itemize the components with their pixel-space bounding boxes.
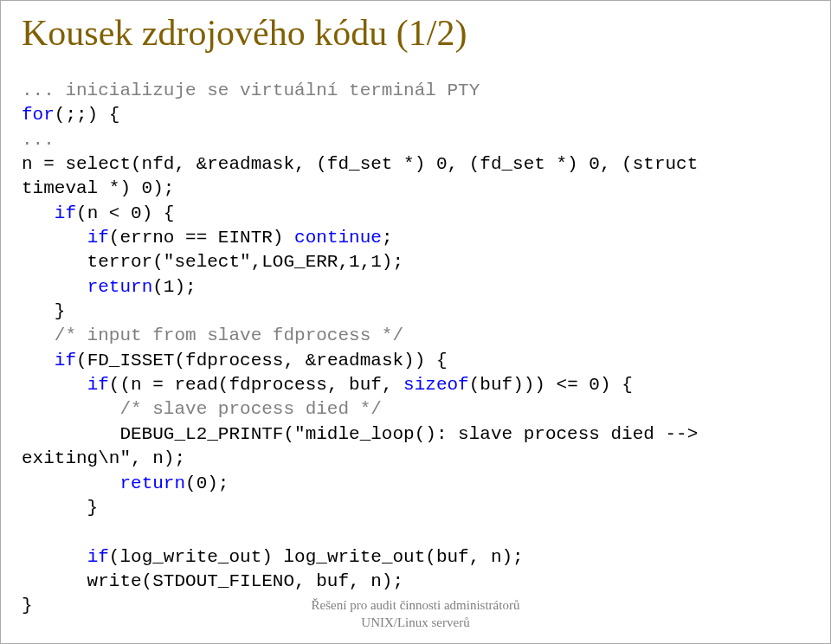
code-comment: /* slave process died */ [119,399,381,419]
code-text: (0); [185,473,229,493]
code-text [22,203,55,223]
code-text [22,351,55,370]
slide-body: ... inicializuje se virtuální terminál P… [22,79,809,619]
code-text: } [22,301,65,321]
code-text [22,228,87,248]
code-text: DEBUG_L2_PRINTF("midle_loop(): slave pro… [22,424,698,444]
code-text: (FD_ISSET(fdprocess, &readmask)) { [76,351,447,370]
slide-footer: Řešení pro audit činnosti administrátorů… [1,597,830,631]
code-keyword: if [87,547,109,567]
code-text: write(STDOUT_FILENO, buf, n); [22,571,403,591]
code-keyword: if [87,228,109,248]
code-text: ((n = read(fdprocess, buf, [109,375,403,395]
code-text: (;;) { [55,105,120,125]
code-text [22,547,87,567]
code-text: exiting\n", n); [22,448,185,468]
slide-title: Kousek zdrojového kódu (1/2) [22,13,809,53]
code-text: n = select(nfd, &readmask, (fd_set *) 0,… [22,154,698,174]
code-text: } [22,498,98,518]
code-keyword: sizeof [403,375,469,395]
code-comment: /* input from slave fdprocess */ [55,325,403,345]
code-keyword: return [119,473,185,493]
footer-line-1: Řešení pro audit činnosti administrátorů [1,597,830,615]
code-keyword: continue [294,228,382,248]
code-keyword: if [55,203,76,223]
code-text [22,277,87,297]
slide: Kousek zdrojového kódu (1/2) ... inicial… [0,0,831,644]
footer-line-2: UNIX/Linux serverů [1,615,830,632]
code-keyword: return [87,277,153,297]
code-comment: ... [22,130,55,150]
code-text [22,375,87,395]
code-text: terror("select",LOG_ERR,1,1); [22,252,403,272]
code-keyword: if [55,351,76,370]
code-keyword: for [22,105,55,125]
code-block: ... inicializuje se virtuální terminál P… [22,79,809,619]
code-text: ; [382,228,393,248]
code-comment: ... inicializuje se virtuální terminál P… [22,80,480,100]
code-text [22,325,55,345]
code-text: (errno == EINTR) [109,228,294,248]
code-text [22,473,119,493]
code-text: timeval *) 0); [22,178,174,198]
code-text: (1); [152,277,196,297]
code-text: (buf))) <= 0) { [469,375,633,395]
code-text: (log_write_out) log_write_out(buf, n); [109,547,524,567]
code-text: (n < 0) { [76,203,174,223]
code-keyword: if [87,375,109,395]
code-text [22,399,119,419]
